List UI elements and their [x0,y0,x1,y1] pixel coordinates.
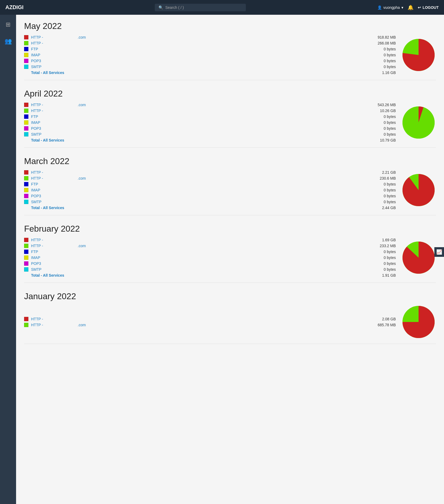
service-name[interactable]: HTTP - [31,176,74,180]
service-name[interactable]: HTTP - [31,317,74,321]
logout-icon: ↩ [418,5,421,10]
service-color-box [24,323,28,327]
pie-container [401,240,436,275]
total-value: 1.16 GB [369,71,396,75]
pie-container [401,38,436,72]
service-value: 0 bytes [369,250,396,254]
logout-button[interactable]: ↩ LOGOUT [418,5,439,10]
service-color-box [24,47,28,51]
service-name[interactable]: SMTP [31,65,74,69]
service-name[interactable]: HTTP - [31,170,74,175]
chevron-down-icon: ▾ [401,5,403,10]
total-value: 2.44 GB [369,206,396,210]
total-label[interactable]: Total - All Services [31,206,74,210]
service-value: 0 bytes [369,188,396,192]
service-name[interactable]: HTTP - [31,323,74,327]
sidebar-grid-icon[interactable]: ⊞ [3,19,13,30]
service-row: SMTP 0 bytes [24,199,396,205]
service-row: HTTP - 10.26 GB [24,108,396,114]
service-name[interactable]: HTTP - [31,35,74,39]
service-name[interactable]: SMTP [31,267,74,272]
notifications-bell[interactable]: 🔔 [408,5,413,10]
service-domain[interactable]: .com [78,176,86,180]
service-row: POP3 0 bytes [24,193,396,199]
service-name[interactable]: HTTP - [31,238,74,242]
total-row: Total - All Services 2.44 GB [24,205,396,211]
service-list: HTTP - 2.08 GB HTTP - .com 685.78 MB [24,316,396,328]
service-value: 0 bytes [369,47,396,51]
service-color-box [24,244,28,248]
service-domain[interactable]: .com [78,103,86,107]
service-color-box [24,317,28,321]
service-name[interactable]: HTTP - [31,109,74,113]
service-color-box [24,267,28,272]
service-color-box [24,255,28,260]
service-domain[interactable]: .com [78,323,86,327]
service-value: 230.6 MB [369,176,396,180]
service-row: HTTP - .com 233.2 MB [24,243,396,249]
service-name[interactable]: HTTP - [31,41,74,45]
total-label[interactable]: Total - All Services [31,71,74,75]
service-color-box [24,114,28,119]
service-row: HTTP - .com 685.78 MB [24,322,396,328]
service-name[interactable]: POP3 [31,59,74,63]
service-row: HTTP - 266.08 MB [24,40,396,46]
service-row: SMTP 0 bytes [24,131,396,137]
service-value: 0 bytes [369,261,396,266]
pie-container [401,105,436,140]
service-name[interactable]: HTTP - [31,103,74,107]
service-value: 2.08 GB [369,317,396,321]
total-label[interactable]: Total - All Services [31,138,74,142]
float-chart-icon[interactable]: 📈 [434,247,444,257]
service-row: HTTP - 2.08 GB [24,316,396,322]
service-name[interactable]: POP3 [31,126,74,131]
total-label[interactable]: Total - All Services [31,273,74,277]
month-title: February 2022 [24,224,436,234]
service-name[interactable]: POP3 [31,261,74,266]
service-name[interactable]: IMAP [31,120,74,125]
service-name[interactable]: FTP [31,250,74,254]
service-row: HTTP - 2.21 GB [24,169,396,175]
username: vuongpha [383,5,400,10]
user-menu[interactable]: 👤 vuongpha ▾ [377,5,404,10]
service-row: IMAP 0 bytes [24,187,396,193]
service-name[interactable]: IMAP [31,188,74,192]
service-value: 0 bytes [369,65,396,69]
service-color-box [24,238,28,242]
total-row: Total - All Services 1.16 GB [24,70,396,76]
month-data: HTTP - 2.08 GB HTTP - .com 685.78 MB [24,305,436,339]
service-value: 0 bytes [369,182,396,186]
sidebar-users-icon[interactable]: 👥 [2,36,14,47]
service-name[interactable]: SMTP [31,132,74,136]
service-row: FTP 0 bytes [24,181,396,187]
service-name[interactable]: FTP [31,114,74,119]
service-row: FTP 0 bytes [24,249,396,255]
month-section-1: April 2022 HTTP - .com 543.26 MB HTTP - … [24,89,436,148]
service-name[interactable]: FTP [31,47,74,51]
service-name[interactable]: IMAP [31,255,74,260]
section-separator [24,215,436,215]
service-domain[interactable]: .com [78,244,86,248]
service-domain[interactable]: .com [78,35,86,39]
month-section-2: March 2022 HTTP - 2.21 GB HTTP - .com 23… [24,156,436,215]
service-value: 266.08 MB [369,41,396,45]
service-row: HTTP - .com 543.26 MB [24,102,396,108]
section-separator [24,147,436,148]
service-name[interactable]: IMAP [31,53,74,57]
service-name[interactable]: HTTP - [31,244,74,248]
service-value: 1.69 GB [369,238,396,242]
service-row: POP3 0 bytes [24,261,396,266]
pie-chart [401,173,436,207]
month-title: March 2022 [24,156,436,166]
service-color-box [24,188,28,192]
service-name[interactable]: SMTP [31,200,74,204]
sidebar: ⊞ 👥 [0,15,16,504]
service-name[interactable]: FTP [31,182,74,186]
service-color-box [24,200,28,204]
service-value: 0 bytes [369,59,396,63]
service-value: 918.82 MB [369,35,396,39]
search-bar[interactable]: 🔍 Search ( / ) [155,4,246,11]
service-name[interactable]: POP3 [31,194,74,198]
service-value: 0 bytes [369,120,396,125]
pie-container [401,305,436,339]
